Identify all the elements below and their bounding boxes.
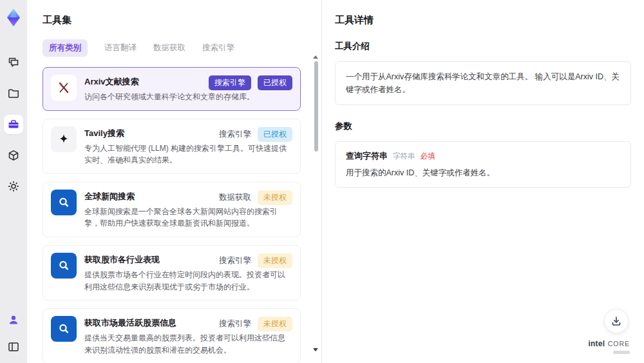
category-tabs: 所有类别语言翻译数据获取搜索引擎 [43,39,310,57]
folder-icon[interactable] [4,84,23,103]
sidebar-rail [0,0,27,363]
search-blue-icon [51,253,77,279]
scroll-up-arrow[interactable] [313,55,318,59]
intel-core-logo: intel CORE [589,337,630,354]
category-tab[interactable]: 语言翻译 [104,43,137,54]
tool-auth-badge: 未授权 [258,317,292,331]
tool-auth-badge: 已授权 [258,127,292,142]
tool-desc: 专为人工智能代理 (LLM) 构建的搜索引擎工具。可快速提供实时、准确和真实的结… [84,142,292,166]
sparkle-icon [51,126,77,152]
tool-card[interactable]: 全球新闻搜索 全球新闻搜索是一个聚合全球各大新闻网站内容的搜索引擎，帮助用户快速… [43,182,301,237]
user-icon[interactable] [4,310,23,329]
logo-gem-icon[interactable] [5,8,23,27]
param-desc: 用于搜索的Arxiv ID、关键字或作者姓名。 [346,168,620,179]
intro-card: 一个用于从Arxiv存储库搜索科学论文和文章的工具。 输入可以是Arxiv ID… [335,61,631,105]
scrollbar-thumb[interactable] [314,61,318,152]
page-title: 工具集 [43,14,310,26]
cube-icon[interactable] [4,146,23,165]
search-blue-icon [51,316,77,342]
toolbox-icon[interactable] [4,115,23,134]
search-blue-icon [51,190,77,215]
intro-text: 一个用于从Arxiv存储库搜索科学论文和文章的工具。 输入可以是Arxiv ID… [346,70,620,96]
scroll-down-arrow[interactable] [313,348,318,351]
detail-title: 工具详情 [335,14,631,26]
tool-category: 搜索引擎 [209,75,251,90]
tool-desc: 提供当天交易量最高的股票列表。投资者可以利用这些信息来识别流动性强的股票和潜在的… [84,332,292,356]
tool-category: 数据获取 [219,192,251,203]
tool-category: 搜索引擎 [219,255,251,266]
param-card: 查询字符串 字符串 必填 用于搜索的Arxiv ID、关键字或作者姓名。 [335,141,631,188]
gear-icon[interactable] [4,177,23,196]
tool-auth-badge: 未授权 [258,253,292,268]
tool-category: 搜索引擎 [219,319,251,329]
download-icon [611,315,622,327]
params-heading: 参数 [335,121,631,132]
panel-toggle-icon[interactable] [4,337,23,357]
tool-card[interactable]: 获取市场最活跃股票信息 提供当天交易量最高的股票列表。投资者可以利用这些信息来识… [43,308,301,363]
tool-auth-badge: 未授权 [258,190,292,205]
tool-list-panel: 工具集 所有类别语言翻译数据获取搜索引擎 Arxiv文献搜索 访问各个研究领域大… [27,0,322,363]
tool-desc: 全球新闻搜索是一个聚合全球各大新闻网站内容的搜索引擎，帮助用户快速获取全球最新资… [84,206,292,230]
tool-auth-badge: 已授权 [258,75,292,90]
tool-detail-panel: 工具详情 工具介绍 一个用于从Arxiv存储库搜索科学论文和文章的工具。 输入可… [322,0,644,363]
tool-desc: 提供股票市场各个行业在特定时间段内的表现。投资者可以利用这些信息来识别表现优于或… [84,269,292,293]
param-required-badge: 必填 [421,152,435,161]
param-type: 字符串 [393,152,415,161]
category-tab[interactable]: 数据获取 [153,43,185,54]
arxiv-icon [51,75,77,101]
category-tab[interactable]: 搜索引擎 [202,43,234,54]
tool-list: Arxiv文献搜索 访问各个研究领域大量科学论文和文章的存储库。 搜索引擎 已授… [43,67,310,363]
chat-icon[interactable] [4,53,23,72]
tool-card[interactable]: 获取股市各行业表现 提供股票市场各个行业在特定时间段内的表现。投资者可以利用这些… [43,245,301,300]
app-window: 工具集 所有类别语言翻译数据获取搜索引擎 Arxiv文献搜索 访问各个研究领域大… [0,0,644,363]
tool-category: 搜索引擎 [219,129,251,140]
param-name: 查询字符串 [346,150,388,162]
logo-underline [613,351,630,354]
intro-heading: 工具介绍 [335,41,631,52]
tool-card[interactable]: Tavily搜索 专为人工智能代理 (LLM) 构建的搜索引擎工具。可快速提供实… [43,119,301,174]
category-tab[interactable]: 所有类别 [43,39,88,57]
download-button[interactable] [604,309,629,333]
tool-desc: 访问各个研究领域大量科学论文和文章的存储库。 [84,91,292,103]
tool-card[interactable]: Arxiv文献搜索 访问各个研究领域大量科学论文和文章的存储库。 搜索引擎 已授… [43,67,301,111]
